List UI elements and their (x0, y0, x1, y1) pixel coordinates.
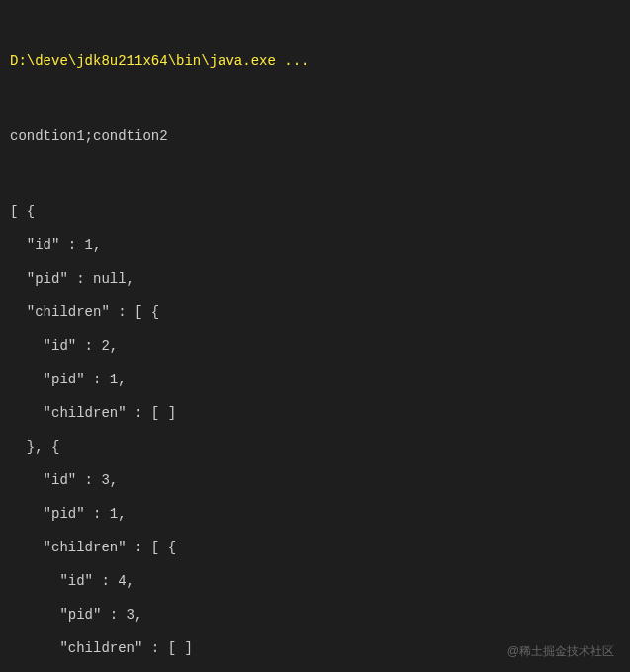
code-line: "id" : 4, (10, 571, 620, 592)
console-output: D:\deve\jdk8u211x64\bin\java.exe ... con… (10, 10, 620, 672)
code-line: "pid" : null, (10, 269, 620, 290)
code-line: "children" : [ ] (10, 403, 620, 424)
output-text: condtion1;condtion2 (10, 126, 620, 147)
watermark: @稀土掘金技术社区 (507, 642, 614, 660)
code-line: "pid" : 1, (10, 370, 620, 390)
code-line: "pid" : 1, (10, 504, 620, 525)
code-line: "id" : 2, (10, 336, 620, 357)
command-line: D:\deve\jdk8u211x64\bin\java.exe ... (10, 51, 620, 72)
code-line: "pid" : 3, (10, 605, 620, 626)
code-line: "children" : [ { (10, 302, 620, 323)
code-line: }, { (10, 437, 620, 458)
json-output: [ { "id" : 1, "pid" : null, "children" :… (10, 202, 620, 672)
code-line: "id" : 3, (10, 470, 620, 491)
code-line: "children" : [ { (10, 538, 620, 558)
code-line: "id" : 1, (10, 235, 620, 256)
code-line: [ { (10, 202, 620, 222)
